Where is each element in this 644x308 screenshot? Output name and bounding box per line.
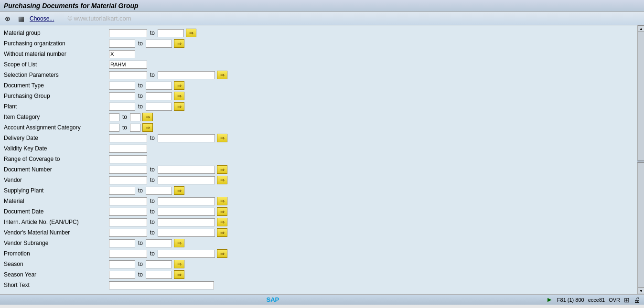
field-input-to[interactable]	[146, 40, 172, 48]
field-input-to[interactable]	[158, 208, 215, 216]
arrow-select-button[interactable]	[217, 176, 227, 184]
arrow-select-button[interactable]	[174, 270, 184, 279]
arrow-select-button[interactable]	[174, 260, 184, 268]
field-input-from[interactable]	[109, 92, 135, 100]
field-input-from[interactable]	[109, 103, 135, 111]
field-label: Scope of List	[4, 61, 109, 68]
field-input-from[interactable]	[109, 134, 147, 142]
arrow-select-button[interactable]	[217, 228, 227, 237]
table-row: Without material number	[4, 49, 635, 59]
arrow-select-button[interactable]	[217, 249, 227, 258]
scroll-down-button[interactable]: ▼	[638, 287, 644, 294]
arrow-select-button[interactable]	[174, 102, 184, 111]
session-info: F81 (1) 800	[557, 297, 584, 303]
arrow-select-button[interactable]	[217, 134, 227, 142]
table-row: Document Typeto	[4, 81, 635, 90]
table-row: Season Yearto	[4, 270, 635, 279]
arrow-select-button[interactable]	[174, 186, 184, 195]
to-label: to	[138, 40, 143, 47]
field-input-from[interactable]	[109, 260, 135, 268]
toolbar-icon-grid[interactable]: ▦	[16, 14, 26, 23]
arrow-select-button[interactable]	[174, 39, 184, 48]
field-input-to[interactable]	[158, 218, 215, 226]
field-input-from[interactable]	[109, 82, 135, 90]
field-label: Supplying Plant	[4, 187, 109, 194]
table-row: Document Dateto	[4, 207, 635, 216]
arrow-select-button[interactable]	[217, 71, 227, 79]
field-input-to[interactable]	[146, 187, 172, 195]
field-input-from[interactable]	[109, 145, 147, 153]
to-label: to	[138, 261, 143, 267]
field-input-to[interactable]	[158, 166, 215, 174]
arrow-select-button[interactable]	[217, 165, 227, 174]
field-label: Account Assignment Category	[4, 124, 109, 131]
field-input-from[interactable]	[109, 29, 147, 37]
arrow-select-button[interactable]	[174, 92, 184, 100]
field-input-from[interactable]	[109, 187, 135, 195]
field-input-to[interactable]	[130, 113, 140, 121]
field-input-from[interactable]	[109, 50, 135, 58]
field-input-from[interactable]	[109, 208, 147, 216]
field-input-from[interactable]	[109, 40, 135, 48]
field-input-to[interactable]	[146, 92, 172, 100]
to-label: to	[150, 177, 155, 183]
field-input-to[interactable]	[158, 229, 215, 237]
field-label: Item Category	[4, 114, 109, 120]
field-input-to[interactable]	[146, 260, 172, 268]
field-input-to[interactable]	[146, 271, 172, 279]
field-input-from[interactable]	[109, 176, 147, 184]
field-input-to[interactable]	[158, 250, 215, 258]
field-input-from[interactable]	[109, 197, 147, 205]
field-label: Season Year	[4, 271, 109, 278]
scroll-up-button[interactable]: ▲	[638, 25, 644, 32]
field-input-from[interactable]	[109, 218, 147, 226]
arrow-select-button[interactable]	[186, 29, 196, 37]
table-row: Vendor's Material Numberto	[4, 228, 635, 237]
field-input-to[interactable]	[146, 239, 172, 247]
field-label: Vendor	[4, 177, 109, 183]
to-label: to	[150, 135, 155, 141]
field-input-from[interactable]	[109, 155, 147, 163]
play-button[interactable]: ▶	[546, 296, 553, 304]
field-input-to[interactable]	[158, 134, 215, 142]
arrow-select-button[interactable]	[217, 207, 227, 216]
field-label: Delivery Date	[4, 135, 109, 141]
field-input-to[interactable]	[158, 197, 215, 205]
user-info: ecce81	[588, 297, 605, 303]
field-input-from[interactable]	[109, 124, 119, 132]
arrow-select-button[interactable]	[217, 197, 227, 205]
field-input-from[interactable]	[109, 250, 147, 258]
field-input-to[interactable]	[158, 29, 184, 37]
field-input-from[interactable]	[109, 71, 147, 79]
field-input-to[interactable]	[158, 71, 215, 79]
table-row: Range of Coverage to	[4, 154, 635, 164]
to-label: to	[150, 166, 155, 173]
field-input-to[interactable]	[130, 124, 140, 132]
field-label: Promotion	[4, 250, 109, 257]
field-input-from[interactable]	[109, 113, 119, 121]
field-input-from[interactable]	[109, 166, 147, 174]
field-label: Document Date	[4, 208, 109, 215]
table-row: Vendor Subrangeto	[4, 238, 635, 248]
field-input-from[interactable]	[109, 61, 147, 69]
toolbar: ⊕ ▦ Choose... © www.tutorialkart.com	[0, 12, 644, 25]
arrow-select-button[interactable]	[174, 239, 184, 247]
table-row: Account Assignment Categoryto	[4, 123, 635, 132]
field-input-from[interactable]	[109, 271, 135, 279]
field-input-to[interactable]	[158, 176, 215, 184]
table-row: Seasonto	[4, 259, 635, 269]
to-label: to	[138, 103, 143, 110]
field-input-from[interactable]	[109, 239, 135, 247]
field-input-to[interactable]	[146, 103, 172, 111]
arrow-select-button[interactable]	[217, 218, 227, 226]
status-icon-2: 🖨	[633, 296, 640, 304]
field-input-to[interactable]	[146, 82, 172, 90]
arrow-select-button[interactable]	[142, 113, 153, 121]
choose-button[interactable]: Choose...	[30, 15, 54, 22]
arrow-select-button[interactable]	[142, 123, 153, 132]
scrollbar[interactable]: ▲ ▼	[637, 25, 644, 294]
toolbar-icon-back[interactable]: ⊕	[3, 14, 12, 23]
arrow-select-button[interactable]	[174, 81, 184, 90]
field-input-from[interactable]	[109, 281, 214, 289]
field-input-from[interactable]	[109, 229, 147, 237]
